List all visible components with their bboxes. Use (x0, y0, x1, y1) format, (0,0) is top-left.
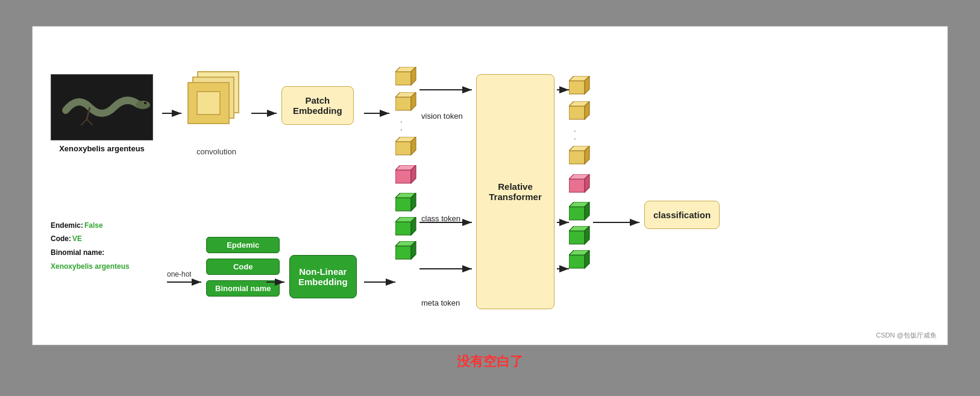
arrow-transformer-output (557, 216, 574, 231)
arrow-conv-patch (251, 107, 281, 122)
meta-box-epdemic: Epdemic (206, 237, 280, 253)
svg-marker-16 (395, 142, 411, 155)
svg-marker-22 (395, 198, 411, 211)
out-vision-cube-2 (569, 101, 592, 123)
svg-point-3 (144, 102, 146, 104)
output-tokens-section: ·· (569, 74, 592, 273)
vision-tokens-section: ·· (395, 65, 418, 264)
snake-svg (54, 77, 150, 137)
conv-section: convolution (186, 71, 247, 156)
bottom-text: 没有空白了 (457, 353, 523, 371)
svg-marker-10 (395, 72, 411, 85)
conv-layer-1 (187, 82, 230, 124)
meta-box-code: Code (206, 259, 280, 275)
classification-box: classification (644, 201, 720, 229)
arrow-patch-tokens (364, 107, 394, 122)
arrow-meta-transformer (419, 263, 477, 277)
meta-binomial-value: Xenoxybelis argenteus (51, 260, 130, 274)
diagram-area: Xenoxybelis argenteus (51, 38, 929, 333)
transformer-section: Relative Transformer (476, 74, 554, 309)
arrow-vision-transformer (419, 84, 477, 98)
conv-label: convolution (196, 147, 236, 156)
svg-marker-13 (395, 97, 411, 110)
snake-section: Xenoxybelis argenteus (51, 74, 153, 153)
nonlinear-embedding-section: Non-Linear Embedding (289, 255, 357, 298)
arrow-meta-boxes-arrow (167, 276, 206, 291)
meta-endemic-line: Endemic:False (51, 219, 130, 233)
out-vision-cube-3 (569, 146, 592, 168)
main-diagram-container: Xenoxybelis argenteus (32, 26, 948, 345)
out-vision-dots: ·· (574, 127, 576, 142)
patch-embedding-box: Patch Embedding (281, 86, 354, 125)
vision-token-dots: ·· (400, 118, 403, 133)
arrow-metaboxes-nonlinear (266, 276, 289, 291)
meta-token-cube-1 (395, 193, 418, 215)
arrow-nonlinear-metatokens (364, 276, 400, 291)
snake-image (51, 74, 153, 140)
svg-marker-37 (569, 106, 585, 119)
meta-token-cube-3 (395, 241, 418, 263)
arrow-transformer-meta (557, 263, 574, 277)
meta-info-section: Endemic:False Code:VE Binomial name: Xen… (51, 219, 130, 274)
svg-marker-28 (395, 246, 411, 259)
meta-token-label: meta token (421, 297, 460, 308)
arrow-class-transformer (419, 216, 477, 231)
meta-code-line: Code:VE (51, 232, 130, 246)
arrow-output-classification (593, 216, 644, 231)
classification-section: classification (644, 201, 720, 229)
transformer-box: Relative Transformer (476, 74, 554, 309)
conv-stack (186, 71, 247, 143)
vision-token-label: vision token (421, 110, 463, 121)
nonlinear-embedding-box: Non-Linear Embedding (289, 255, 357, 298)
vision-token-cube-1 (395, 67, 418, 89)
arrow-snake-conv (162, 107, 186, 119)
patch-embedding-label: Patch Embedding (281, 86, 354, 125)
out-class-cube (569, 174, 592, 196)
class-token-cube (395, 165, 418, 187)
svg-marker-40 (569, 151, 585, 164)
vision-token-cube-2 (395, 92, 418, 114)
vision-token-cube-3 (395, 137, 418, 159)
svg-point-2 (136, 101, 150, 109)
svg-marker-49 (569, 231, 585, 244)
svg-marker-19 (395, 170, 411, 183)
svg-marker-43 (569, 179, 585, 192)
meta-binomial-line: Binomial name: (51, 246, 130, 260)
conv-inner (196, 91, 221, 115)
snake-label: Xenoxybelis argenteus (59, 144, 145, 153)
arrow-transformer-vision (557, 84, 574, 98)
meta-token-cube-2 (395, 217, 418, 239)
csdn-watermark: CSDN @包饭厅咸鱼 (876, 331, 937, 340)
svg-marker-25 (395, 222, 411, 235)
